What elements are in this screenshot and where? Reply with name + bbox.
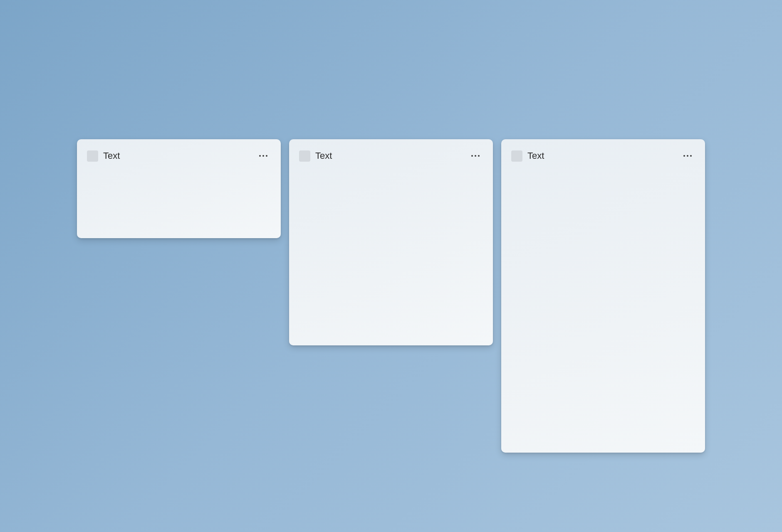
card-title: Text [527, 150, 544, 161]
card-medium[interactable]: Text [289, 139, 493, 345]
placeholder-icon [299, 150, 310, 162]
card-header: Text [87, 148, 271, 164]
card-title: Text [103, 150, 120, 161]
more-icon [690, 155, 692, 157]
more-icon [471, 155, 473, 157]
more-icon [687, 155, 688, 157]
card-header: Text [299, 148, 483, 164]
card-title-group: Text [511, 150, 544, 162]
more-options-button[interactable] [680, 152, 695, 160]
more-icon [475, 155, 476, 157]
placeholder-icon [87, 150, 98, 162]
more-options-button[interactable] [468, 152, 483, 160]
card-title-group: Text [87, 150, 120, 162]
more-options-button[interactable] [256, 152, 271, 160]
more-icon [259, 155, 261, 157]
card-title: Text [315, 150, 332, 161]
card-large[interactable]: Text [501, 139, 705, 453]
card-title-group: Text [299, 150, 332, 162]
more-icon [266, 155, 267, 157]
cards-container: Text Text Text [77, 139, 705, 453]
more-icon [683, 155, 685, 157]
card-header: Text [511, 148, 695, 164]
placeholder-icon [511, 150, 522, 162]
more-icon [478, 155, 480, 157]
card-small[interactable]: Text [77, 139, 281, 238]
more-icon [262, 155, 264, 157]
